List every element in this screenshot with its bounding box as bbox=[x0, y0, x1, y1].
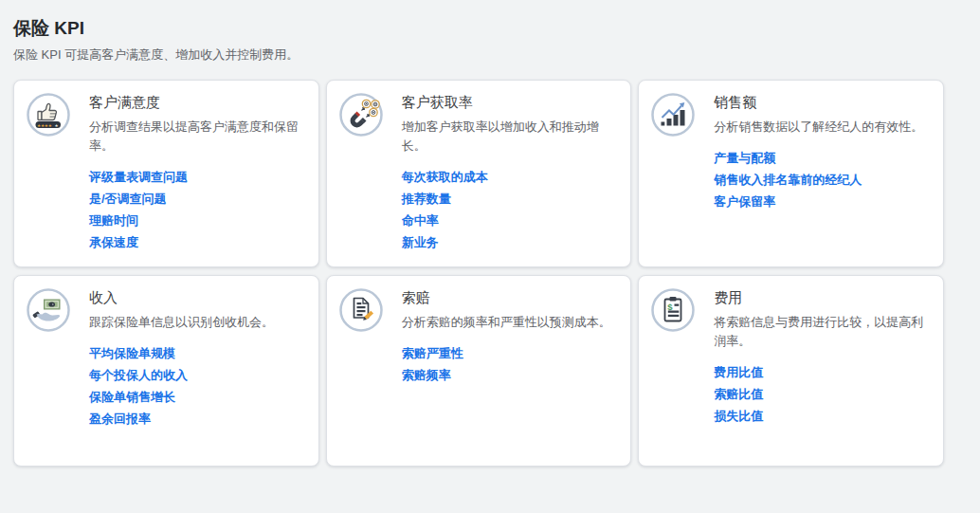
card-title: 客户获取率 bbox=[402, 92, 616, 111]
card-title: 索赔 bbox=[402, 287, 616, 306]
card-description: 增加客户获取率以增加收入和推动增长。 bbox=[402, 118, 616, 156]
document-pencil-icon bbox=[338, 287, 402, 333]
page-header: 保险 KPI 保险 KPI 可提高客户满意度、增加收入并控制费用。 bbox=[0, 0, 980, 62]
kpi-link-list: 平均保险单规模每个投保人的收入保险单销售增长盈余回报率 bbox=[89, 347, 303, 426]
card-description: 分析索赔的频率和严重性以预测成本。 bbox=[402, 313, 616, 332]
hand-money-icon bbox=[26, 287, 89, 333]
kpi-link[interactable]: 产量与配额 bbox=[714, 152, 928, 165]
kpi-link[interactable]: 索赔比值 bbox=[714, 388, 928, 401]
svg-text:$: $ bbox=[668, 302, 674, 312]
magnet-coins-icon bbox=[338, 92, 402, 137]
kpi-link[interactable]: 命中率 bbox=[402, 214, 616, 228]
kpi-link[interactable]: 销售收入排名靠前的经纪人 bbox=[714, 174, 928, 187]
kpi-link-list: 评级量表调查问题是/否调查问题理赔时间承保速度 bbox=[89, 171, 303, 249]
card-description: 分析调查结果以提高客户满意度和保留率。 bbox=[89, 118, 303, 156]
kpi-link[interactable]: 盈余回报率 bbox=[89, 412, 303, 426]
kpi-card: $ 费用 将索赔信息与费用进行比较，以提高利润率。 费用比值索赔比值损失比值 bbox=[638, 275, 944, 467]
kpi-card: ★★★★ ★ 客户满意度 分析调查结果以提高客户满意度和保留率。 评级量表调查问… bbox=[13, 80, 319, 267]
card-title: 销售额 bbox=[714, 92, 928, 111]
kpi-card-grid: ★★★★ ★ 客户满意度 分析调查结果以提高客户满意度和保留率。 评级量表调查问… bbox=[13, 80, 944, 467]
card-title: 费用 bbox=[714, 287, 928, 306]
kpi-link-list: 费用比值索赔比值损失比值 bbox=[714, 366, 928, 423]
kpi-link-list: 每次获取的成本推荐数量命中率新业务 bbox=[402, 171, 616, 249]
kpi-link[interactable]: 推荐数量 bbox=[402, 192, 616, 206]
kpi-link[interactable]: 客户保留率 bbox=[714, 195, 928, 209]
thumbs-up-rating-icon: ★★★★ ★ bbox=[26, 92, 89, 137]
kpi-link[interactable]: 评级量表调查问题 bbox=[89, 171, 303, 184]
svg-text:★★★★: ★★★★ bbox=[37, 123, 52, 128]
card-title: 客户满意度 bbox=[89, 92, 303, 111]
kpi-link[interactable]: 索赔频率 bbox=[402, 369, 616, 382]
card-description: 跟踪保险单信息以识别创收机会。 bbox=[89, 313, 303, 332]
kpi-card: 客户获取率 增加客户获取率以增加收入和推动增长。 每次获取的成本推荐数量命中率新… bbox=[326, 80, 632, 267]
kpi-link[interactable]: 损失比值 bbox=[714, 410, 928, 423]
page-title: 保险 KPI bbox=[13, 18, 967, 39]
kpi-link-list: 产量与配额销售收入排名靠前的经纪人客户保留率 bbox=[714, 152, 928, 209]
card-description: 将索赔信息与费用进行比较，以提高利润率。 bbox=[714, 313, 928, 351]
card-description: 分析销售数据以了解经纪人的有效性。 bbox=[714, 118, 928, 137]
kpi-link[interactable]: 每次获取的成本 bbox=[402, 171, 616, 184]
card-title: 收入 bbox=[89, 287, 303, 306]
bar-chart-growth-icon bbox=[650, 92, 714, 137]
kpi-link[interactable]: 新业务 bbox=[402, 236, 616, 249]
page-subtitle: 保险 KPI 可提高客户满意度、增加收入并控制费用。 bbox=[13, 47, 967, 62]
kpi-link[interactable]: 理赔时间 bbox=[89, 214, 303, 228]
kpi-link[interactable]: 保险单销售增长 bbox=[89, 391, 303, 404]
kpi-link[interactable]: 索赔严重性 bbox=[402, 347, 616, 360]
kpi-card: 索赔 分析索赔的频率和严重性以预测成本。 索赔严重性索赔频率 bbox=[326, 275, 632, 467]
kpi-link[interactable]: 平均保险单规模 bbox=[89, 347, 303, 360]
kpi-link[interactable]: 每个投保人的收入 bbox=[89, 369, 303, 382]
kpi-link[interactable]: 是/否调查问题 bbox=[89, 192, 303, 206]
svg-text:★: ★ bbox=[55, 123, 59, 128]
kpi-link[interactable]: 费用比值 bbox=[714, 366, 928, 379]
kpi-card: 收入 跟踪保险单信息以识别创收机会。 平均保险单规模每个投保人的收入保险单销售增… bbox=[13, 275, 319, 467]
kpi-link[interactable]: 承保速度 bbox=[89, 236, 303, 249]
clipboard-dollar-icon: $ bbox=[650, 287, 714, 333]
kpi-card: 销售额 分析销售数据以了解经纪人的有效性。 产量与配额销售收入排名靠前的经纪人客… bbox=[638, 80, 944, 267]
kpi-link-list: 索赔严重性索赔频率 bbox=[402, 347, 616, 382]
